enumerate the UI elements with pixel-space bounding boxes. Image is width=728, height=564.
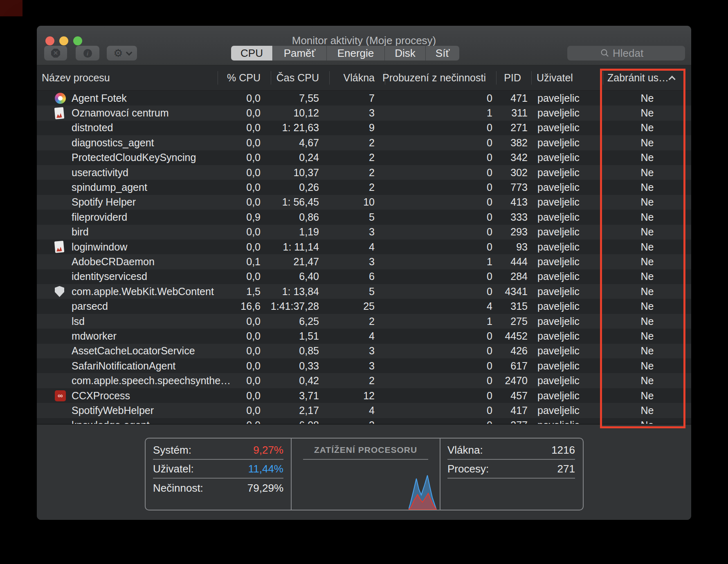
process-row[interactable]: SpotifyWebHelper 0,0 2,17 4 0 417 pavelj…: [37, 403, 691, 418]
header-label-wakes: Probuzení z nečinnosti: [382, 72, 486, 84]
quit-process-button[interactable]: ✕: [44, 46, 67, 60]
cpu-load-column: ZATÍŽENÍ PROCESORU: [292, 439, 440, 510]
process-row[interactable]: loginwindow 0,0 1: 11,14 4 0 93 paveljel…: [37, 239, 691, 254]
cell-idle-wakes: 0: [385, 180, 497, 195]
cpu-stat-value: 9,27%: [253, 444, 283, 457]
table-header: Název procesu% CPUČas CPUVláknaProbuzení…: [37, 65, 691, 91]
header-cell-threads[interactable]: Vlákna: [330, 65, 385, 90]
header-cell-sleep[interactable]: Zabránit us…: [603, 65, 691, 90]
document-icon: [54, 241, 64, 253]
cell-prevent-sleep: Ne: [603, 121, 691, 135]
cell-prevent-sleep: Ne: [603, 269, 691, 284]
process-row[interactable]: fileproviderd 0,9 0,86 5 0 333 paveljeli…: [37, 210, 691, 224]
process-row[interactable]: distnoted 0,0 1: 21,63 9 0 271 paveljeli…: [37, 121, 691, 135]
process-row[interactable]: Oznamovací centrum 0,0 10,12 3 1 311 pav…: [37, 105, 691, 120]
process-row[interactable]: AdobeCRDaemon 0,1 21,47 3 1 444 paveljel…: [37, 254, 691, 269]
process-row[interactable]: bird 0,0 1,19 3 0 293 paveljelic Ne: [37, 225, 691, 239]
cell-pid: 4341: [497, 284, 532, 299]
process-row[interactable]: Spotify Helper 0,0 1: 56,45 10 0 413 pav…: [37, 195, 691, 210]
cell-threads: 4: [330, 239, 385, 254]
cell-idle-wakes: 0: [385, 418, 497, 424]
cell-pid: 773: [497, 180, 532, 195]
process-row[interactable]: spindump_agent 0,0 0,26 2 0 773 paveljel…: [37, 180, 691, 195]
header-cell-pid[interactable]: PID: [497, 65, 532, 90]
cell-name: diagnostics_agent: [37, 135, 218, 150]
process-row[interactable]: Agent Fotek 0,0 7,55 7 0 471 paveljelic …: [37, 91, 691, 105]
process-name: bird: [72, 226, 89, 238]
cell-idle-wakes: 0: [385, 121, 497, 135]
cell-threads: 3: [330, 254, 385, 269]
process-row[interactable]: ∞ CCXProcess 0,0 3,71 12 0 457 paveljeli…: [37, 388, 691, 403]
cell-user: paveljelic: [532, 373, 603, 388]
process-row[interactable]: com.apple.speech.speechsynthe… 0,0 0,42 …: [37, 373, 691, 388]
cell-cpu: 0,0: [218, 150, 271, 165]
cell-pid: 302: [497, 165, 532, 180]
cell-threads: 10: [330, 195, 385, 210]
process-icon-slot: ∞: [55, 390, 72, 401]
process-name: parsecd: [72, 300, 108, 312]
process-row[interactable]: SafariNotificationAgent 0,0 0,33 3 0 617…: [37, 358, 691, 373]
process-name: com.apple.WebKit.WebContent: [72, 286, 214, 298]
process-name: useractivityd: [72, 167, 128, 179]
inspect-process-button[interactable]: i: [76, 46, 99, 60]
process-row[interactable]: mdworker 0,0 1,51 4 0 4452 paveljelic Ne: [37, 329, 691, 343]
cell-prevent-sleep: Ne: [603, 150, 691, 165]
tab-disk[interactable]: Disk: [385, 46, 426, 60]
process-name: ProtectedCloudKeySyncing: [72, 152, 196, 163]
cell-cpu: 1,5: [218, 284, 271, 299]
process-row[interactable]: identityservicesd 0,0 6,40 6 0 284 pavel…: [37, 269, 691, 284]
process-row[interactable]: useractivityd 0,0 10,37 2 0 302 paveljel…: [37, 165, 691, 180]
cell-prevent-sleep: Ne: [603, 239, 691, 254]
tab-cpu[interactable]: CPU: [231, 46, 273, 60]
search-field[interactable]: [567, 46, 685, 60]
cell-threads: 3: [330, 105, 385, 120]
header-cell-name[interactable]: Název procesu: [37, 65, 218, 90]
process-row[interactable]: diagnostics_agent 0,0 4,67 2 0 382 pavel…: [37, 135, 691, 150]
process-row[interactable]: lsd 0,0 6,25 2 1 275 paveljelic Ne: [37, 314, 691, 329]
photos-icon: [55, 93, 66, 104]
actions-menu-button[interactable]: ⚙: [107, 46, 137, 60]
tab-síť[interactable]: Síť: [426, 46, 459, 60]
cell-name: Agent Fotek: [37, 91, 218, 105]
cell-idle-wakes: 1: [385, 314, 497, 329]
cell-name: parsecd: [37, 299, 218, 313]
quit-x-icon: ✕: [51, 49, 60, 58]
header-cell-cpu[interactable]: % CPU: [218, 65, 271, 90]
cell-idle-wakes: 0: [385, 239, 497, 254]
cpu-stat-row: Nečinnost:79,29%: [153, 479, 283, 497]
cell-prevent-sleep: Ne: [603, 329, 691, 343]
search-input[interactable]: [613, 47, 652, 60]
cell-user: paveljelic: [532, 358, 603, 373]
cell-cpu-time: 0,42: [271, 373, 330, 388]
cell-cpu-time: 6,40: [271, 269, 330, 284]
cell-threads: 12: [330, 388, 385, 403]
process-row[interactable]: ProtectedCloudKeySyncing 0,0 0,24 2 0 34…: [37, 150, 691, 165]
process-row[interactable]: AssetCacheLocatorService 0,0 0,85 3 0 42…: [37, 344, 691, 358]
tab-energie[interactable]: Energie: [327, 46, 385, 60]
process-row[interactable]: com.apple.WebKit.WebContent 1,5 1: 13,84…: [37, 284, 691, 299]
cell-idle-wakes: 0: [385, 135, 497, 150]
cell-name: bird: [37, 225, 218, 239]
header-cell-time[interactable]: Čas CPU: [271, 65, 330, 90]
cell-cpu: 0,0: [218, 329, 271, 343]
cell-threads: 9: [330, 121, 385, 135]
process-row[interactable]: parsecd 16,6 1:41:37,28 25 4 315 pavelje…: [37, 299, 691, 313]
process-row[interactable]: knowledge-agent 0,0 6,08 3 0 377 pavelje…: [37, 418, 691, 424]
cpu-stat-value: 79,29%: [247, 482, 283, 495]
header-cell-wakes[interactable]: Probuzení z nečinnosti: [385, 65, 497, 90]
cell-cpu-time: 0,26: [271, 180, 330, 195]
tab-paměť[interactable]: Paměť: [273, 46, 327, 60]
cell-prevent-sleep: Ne: [603, 254, 691, 269]
cell-threads: 2: [330, 150, 385, 165]
cell-prevent-sleep: Ne: [603, 418, 691, 424]
cell-cpu: 0,0: [218, 358, 271, 373]
cell-name: spindump_agent: [37, 180, 218, 195]
cell-user: paveljelic: [532, 344, 603, 358]
cpu-stat-row: Systém:9,27%: [153, 441, 283, 460]
cell-user: paveljelic: [532, 314, 603, 329]
header-cell-user[interactable]: Uživatel: [532, 65, 603, 90]
cell-pid: 293: [497, 225, 532, 239]
cell-idle-wakes: 0: [385, 284, 497, 299]
cell-threads: 2: [330, 180, 385, 195]
cell-idle-wakes: 0: [385, 210, 497, 224]
